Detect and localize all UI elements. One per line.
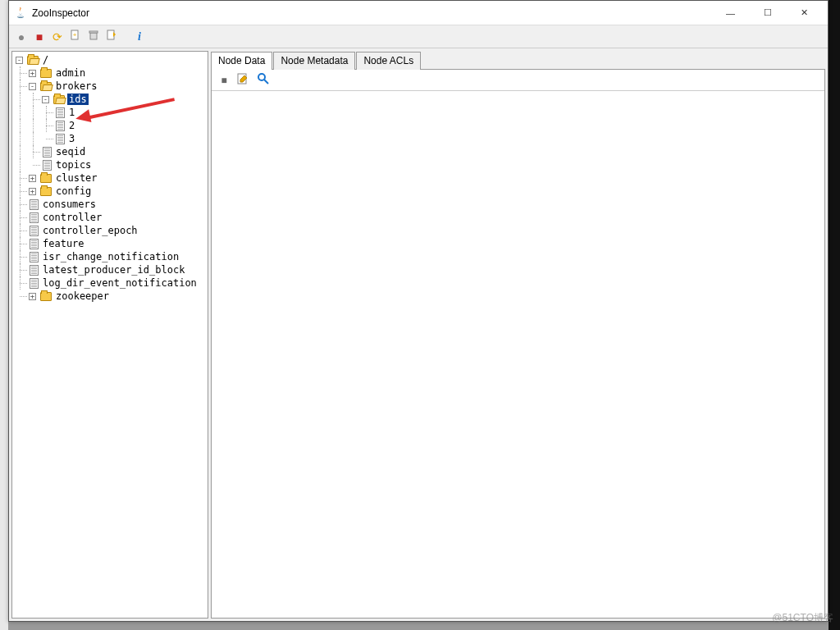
folder-icon (40, 69, 52, 78)
svg-rect-4 (107, 30, 114, 39)
node-label: log_dir_event_notification (41, 277, 199, 289)
node-label: 3 (67, 133, 76, 144)
circle-icon: ● (18, 30, 25, 43)
expand-icon[interactable]: + (29, 175, 36, 182)
expand-icon[interactable]: + (29, 70, 36, 77)
disconnect-button[interactable]: ■ (32, 30, 47, 44)
document-icon (30, 226, 39, 236)
window-title: ZooInspector (32, 7, 89, 19)
tree-node-id-2[interactable]: 2 (14, 119, 206, 132)
tab-node-acls[interactable]: Node ACLs (356, 52, 421, 70)
tree-node-controller-epoch[interactable]: controller_epoch (14, 224, 206, 237)
node-data-panel: ■ (211, 69, 825, 619)
document-icon (30, 252, 39, 262)
close-icon: ✕ (801, 7, 808, 18)
tab-node-metadata[interactable]: Node Metadata (273, 52, 355, 70)
tree-node-log-dir-event-notification[interactable]: log_dir_event_notification (14, 276, 206, 290)
tree-node-controller[interactable]: controller (14, 211, 206, 224)
node-label: brokers (54, 80, 99, 92)
search-data-button[interactable] (256, 73, 271, 88)
watch-button[interactable] (104, 30, 119, 44)
info-icon: i (138, 30, 141, 43)
document-icon (30, 212, 39, 223)
main-window: ZooInspector — ☐ ✕ ● ■ ⟳ + i - / (8, 0, 829, 622)
content-area: - / + admin - brokers - (9, 48, 828, 621)
node-label: / (41, 54, 50, 66)
tree-node-latest-producer-id-block[interactable]: latest_producer_id_block (14, 263, 206, 276)
save-data-button[interactable]: ■ (217, 73, 231, 88)
trash-icon (88, 30, 99, 43)
about-button[interactable]: i (132, 30, 147, 44)
svg-rect-2 (90, 33, 97, 39)
connect-button[interactable]: ● (14, 30, 29, 44)
tree-node-brokers[interactable]: - brokers (14, 80, 206, 93)
right-pane: Node Data Node Metadata Node ACLs ■ (211, 51, 825, 619)
tree-node-ids[interactable]: - ids (14, 93, 206, 106)
tree-node-seqid[interactable]: seqid (14, 145, 206, 158)
node-label: controller (41, 212, 103, 223)
tree-node-feature[interactable]: feature (14, 237, 206, 250)
tree-node-config[interactable]: + config (14, 185, 206, 198)
expand-icon[interactable]: + (29, 188, 36, 195)
node-label: zookeeper (54, 290, 111, 302)
tree-root[interactable]: - / (14, 53, 206, 66)
node-label: 1 (67, 107, 76, 118)
tree-node-id-3[interactable]: 3 (14, 132, 206, 145)
tab-label: Node ACLs (363, 55, 413, 66)
search-icon (257, 72, 270, 88)
tree-node-topics[interactable]: topics (14, 158, 206, 171)
minimize-icon: — (726, 8, 735, 18)
tab-node-data[interactable]: Node Data (211, 52, 272, 70)
edit-icon (237, 72, 250, 88)
refresh-icon: ⟳ (52, 30, 62, 43)
document-icon (56, 121, 65, 131)
minimize-button[interactable]: — (712, 2, 749, 25)
document-icon (30, 239, 39, 249)
watermark-text: @51CTO博客 (772, 611, 833, 625)
node-label: cluster (54, 172, 99, 184)
add-node-button[interactable]: + (68, 30, 83, 44)
node-label: isr_change_notification (41, 251, 180, 262)
folder-open-icon (27, 56, 39, 65)
svg-line-7 (264, 80, 268, 84)
maximize-icon: ☐ (764, 7, 772, 18)
refresh-button[interactable]: ⟳ (50, 30, 65, 44)
node-label: config (54, 185, 93, 197)
document-icon (30, 199, 39, 210)
close-button[interactable]: ✕ (786, 2, 823, 25)
document-icon (30, 278, 39, 289)
title-bar[interactable]: ZooInspector — ☐ ✕ (9, 1, 828, 25)
node-data-toolbar: ■ (212, 70, 824, 91)
node-label: seqid (54, 146, 87, 158)
node-label: 2 (67, 120, 76, 131)
folder-open-icon (53, 95, 65, 104)
folder-icon (40, 187, 52, 196)
document-icon (43, 147, 52, 158)
expand-icon[interactable]: + (29, 293, 36, 300)
folder-icon (40, 174, 52, 183)
svg-rect-3 (89, 31, 98, 33)
save-icon: ■ (221, 75, 226, 86)
folder-icon (40, 292, 52, 301)
maximize-button[interactable]: ☐ (749, 2, 786, 25)
delete-node-button[interactable] (86, 30, 101, 44)
tree-node-admin[interactable]: + admin (14, 66, 206, 80)
tree-node-cluster[interactable]: + cluster (14, 171, 206, 185)
tree-node-id-1[interactable]: 1 (14, 106, 206, 119)
tree-node-consumers[interactable]: consumers (14, 198, 206, 211)
edit-data-button[interactable] (236, 73, 251, 88)
tabs: Node Data Node Metadata Node ACLs (211, 51, 825, 69)
java-icon (14, 7, 27, 20)
collapse-icon[interactable]: - (16, 57, 23, 64)
tree-pane[interactable]: - / + admin - brokers - (11, 51, 208, 619)
document-icon (56, 134, 65, 144)
tree-node-isr-change-notification[interactable]: isr_change_notification (14, 250, 206, 263)
node-label: admin (54, 67, 87, 79)
tree-node-zookeeper[interactable]: + zookeeper (14, 290, 206, 303)
background-left-strip (0, 0, 8, 630)
collapse-icon[interactable]: - (42, 96, 49, 103)
tab-label: Node Metadata (281, 55, 348, 66)
collapse-icon[interactable]: - (29, 83, 36, 90)
folder-open-icon (40, 82, 52, 91)
node-data-content[interactable] (212, 91, 824, 618)
